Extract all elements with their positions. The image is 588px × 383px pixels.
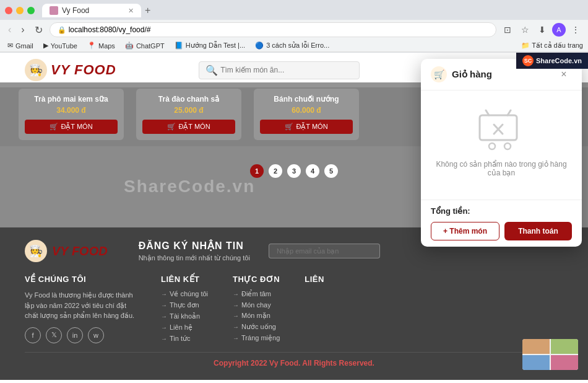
contact-title: LIÊN bbox=[305, 275, 324, 284]
page-dot-4[interactable]: 4 bbox=[306, 164, 319, 178]
bookmark-gmail[interactable]: ✉ Gmail bbox=[5, 41, 36, 50]
subscribe-title: ĐĂNG KÝ NHẬN TIN bbox=[139, 240, 250, 252]
menu-title: THỰC ĐƠN bbox=[233, 275, 280, 284]
link-news[interactable]: Tin tức bbox=[161, 335, 208, 343]
footer-about-col: VỀ CHÚNG TÔI Vy Food là thương hiệu được… bbox=[25, 275, 136, 346]
sc-logo-dot: SC bbox=[522, 55, 534, 66]
about-text: Vy Food là thương hiệu được thành lập và… bbox=[25, 290, 136, 321]
footer-logo: 🧑‍🍳 VY FOOD bbox=[25, 240, 108, 262]
page-dot-2[interactable]: 2 bbox=[269, 164, 282, 178]
active-tab[interactable]: Vy Food ✕ bbox=[42, 4, 141, 17]
product-name-2: Bánh chuối nướng bbox=[260, 95, 353, 103]
sharecode-badge: SC ShareCode.vn bbox=[516, 53, 588, 69]
thumb-cell-3 bbox=[522, 355, 550, 370]
svg-point-4 bbox=[504, 143, 511, 149]
footer-subscribe: ĐĂNG KÝ NHẬN TIN Nhận thông tin mới nhất… bbox=[139, 240, 250, 262]
cart-icon-1: 🛒 bbox=[167, 123, 176, 131]
search-icon: 🔍 bbox=[205, 64, 218, 76]
subscribe-desc: Nhận thông tin mới nhất từ chúng tôi bbox=[139, 254, 250, 262]
window-minimize-button[interactable] bbox=[16, 7, 24, 14]
tab-title: Vy Food bbox=[62, 6, 89, 15]
browser-tabs: Vy Food ✕ + bbox=[42, 4, 583, 17]
all-bookmarks[interactable]: 📁 Tất cả dấu trang bbox=[521, 42, 583, 50]
menu-dessert[interactable]: Tráng miệng bbox=[233, 334, 280, 342]
bookmarks-bar: ✉ Gmail ▶ YouTube 📍 Maps 🤖 ChatGPT 📘 Hướ… bbox=[0, 40, 588, 52]
logo-text: VY FOOD bbox=[51, 62, 116, 78]
bookmark-chatgpt[interactable]: 🤖 ChatGPT bbox=[123, 41, 167, 50]
total-row: Tổng tiền: bbox=[431, 206, 572, 216]
new-tab-button[interactable]: + bbox=[141, 4, 154, 17]
checkout-button[interactable]: Thanh toán bbox=[504, 222, 572, 240]
sharecode-watermark: ShareCode.vn bbox=[124, 177, 255, 196]
footer-logo-text: VY FOOD bbox=[52, 244, 108, 258]
order-button-2[interactable]: 🛒 ĐẶT MÓN bbox=[260, 120, 353, 134]
page-content: 🧑‍🍳 VY FOOD 🔍 ⚙ Lọc 👤 Trà phô mai kem sữ… bbox=[0, 53, 588, 380]
thumbnail-grid bbox=[522, 339, 578, 370]
linkedin-icon[interactable]: in bbox=[67, 327, 83, 343]
cart-footer: Tổng tiền: + Thêm món Thanh toán bbox=[421, 200, 582, 247]
folder-icon: 📁 bbox=[521, 42, 530, 49]
page-dot-3[interactable]: 3 bbox=[287, 164, 301, 178]
cart-icon-2: 🛒 bbox=[285, 123, 293, 131]
svg-point-3 bbox=[489, 143, 495, 149]
forward-button[interactable]: › bbox=[18, 23, 27, 37]
link-contact[interactable]: Liên hệ bbox=[161, 324, 208, 332]
bookmark-huong-dan[interactable]: 📘 Hướng Dẫn Test |... bbox=[172, 41, 248, 50]
thumb-cell-4 bbox=[551, 355, 578, 370]
link-menu[interactable]: Thực đơn bbox=[161, 301, 208, 309]
download-icon[interactable]: ⬇ bbox=[535, 22, 550, 37]
url-input[interactable] bbox=[69, 25, 488, 34]
link-account[interactable]: Tài khoản bbox=[161, 312, 208, 320]
sharecode-badge-content: SC ShareCode.vn bbox=[516, 53, 588, 69]
chatgpt-icon: 🤖 bbox=[125, 42, 134, 50]
add-more-button[interactable]: + Thêm món bbox=[431, 222, 499, 240]
menu-breakfast[interactable]: Điểm tâm bbox=[233, 290, 280, 298]
menu-savory[interactable]: Món mặn bbox=[233, 312, 280, 320]
cart-title: 🛒 Giỏ hàng bbox=[431, 66, 492, 82]
tab-close-button[interactable]: ✕ bbox=[128, 7, 134, 15]
window-close-button[interactable] bbox=[5, 7, 12, 14]
product-price-2: 60.000 đ bbox=[260, 106, 353, 115]
youtube-icon: ▶ bbox=[43, 42, 48, 50]
bookmark-star-icon[interactable]: ☆ bbox=[517, 22, 532, 37]
menu-drinks[interactable]: Nước uống bbox=[233, 323, 280, 331]
bookmark-sua-loi[interactable]: 🔵 3 cách sửa lỗi Erro... bbox=[253, 41, 332, 50]
menu-vegetarian[interactable]: Món chay bbox=[233, 301, 280, 309]
whatsapp-icon[interactable]: w bbox=[88, 327, 104, 343]
page-dot-5[interactable]: 5 bbox=[324, 164, 338, 178]
cart-icon-0: 🛒 bbox=[50, 123, 58, 131]
sc-label: ShareCode.vn bbox=[536, 57, 582, 64]
footer-contact-col: LIÊN bbox=[305, 275, 324, 346]
page-dot-1[interactable]: 1 bbox=[250, 164, 264, 178]
cart-thumbnail bbox=[522, 339, 578, 370]
product-name-0: Trà phô mai kem sữa bbox=[25, 95, 118, 103]
copyright-bar: Copyright 2022 Vy Food. All Rights Reser… bbox=[25, 352, 563, 368]
email-input[interactable] bbox=[269, 244, 380, 258]
logo-area: 🧑‍🍳 VY FOOD bbox=[25, 59, 116, 81]
link-about[interactable]: Về chúng tôi bbox=[161, 290, 208, 298]
back-button[interactable]: ‹ bbox=[5, 23, 14, 37]
order-button-1[interactable]: 🛒 ĐẶT MÓN bbox=[142, 120, 235, 134]
cart-title-icon: 🛒 bbox=[431, 66, 447, 82]
cast-icon[interactable]: ⊡ bbox=[500, 22, 515, 37]
reload-button[interactable]: ↻ bbox=[32, 23, 46, 37]
cart-actions: + Thêm món Thanh toán bbox=[431, 222, 572, 240]
twitter-icon[interactable]: 𝕏 bbox=[46, 327, 62, 343]
empty-cart-icon bbox=[477, 109, 526, 152]
product-card-0: Trà phô mai kem sữa 34.000 đ 🛒 ĐẶT MÓN bbox=[19, 89, 124, 140]
product-price-1: 25.000 đ bbox=[142, 106, 235, 115]
menu-icon[interactable]: ⋮ bbox=[568, 22, 583, 37]
search-bar[interactable]: 🔍 bbox=[199, 61, 360, 79]
order-button-0[interactable]: 🛒 ĐẶT MÓN bbox=[25, 120, 118, 134]
footer-menu-col: THỰC ĐƠN Điểm tâm Món chay Món mặn Nước … bbox=[233, 275, 280, 346]
bookmark-maps[interactable]: 📍 Maps bbox=[85, 41, 118, 50]
gmail-icon: ✉ bbox=[7, 42, 13, 50]
search-input[interactable] bbox=[220, 66, 353, 74]
window-maximize-button[interactable] bbox=[27, 7, 35, 14]
profile-button[interactable]: A bbox=[552, 23, 566, 37]
product-card-2: Bánh chuối nướng 60.000 đ 🛒 ĐẶT MÓN bbox=[254, 89, 359, 140]
facebook-icon[interactable]: f bbox=[25, 327, 41, 343]
address-bar[interactable]: 🔒 bbox=[50, 22, 496, 37]
browser-chrome: Vy Food ✕ + ‹ › ↻ 🔒 ⊡ ☆ ⬇ A ⋮ ✉ Gmail ▶ bbox=[0, 0, 588, 53]
bookmark-youtube[interactable]: ▶ YouTube bbox=[41, 41, 80, 50]
